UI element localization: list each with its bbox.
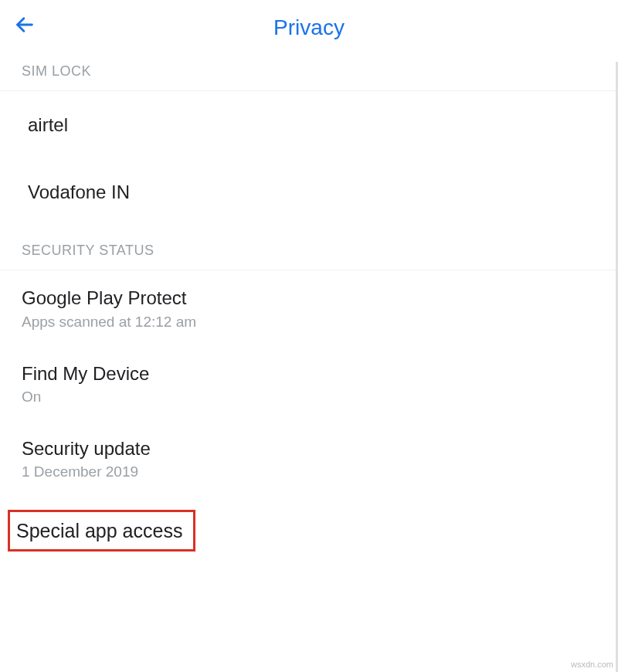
list-item-title: airtel	[28, 113, 596, 137]
list-item-google-play-protect[interactable]: Google Play Protect Apps scanned at 12:1…	[0, 270, 618, 345]
sim-lock-section: SIM LOCK airtel Vodafone IN	[0, 46, 618, 226]
list-item-subtitle: 1 December 2019	[22, 463, 596, 480]
list-item-special-app-access[interactable]: Special app access	[8, 510, 195, 552]
list-item-security-update[interactable]: Security update 1 December 2019	[0, 421, 618, 496]
list-item-title: Vodafone IN	[28, 180, 596, 204]
section-header-security-status: SECURITY STATUS	[0, 226, 618, 270]
list-item-title: Find My Device	[22, 361, 596, 385]
page-title: Privacy	[0, 6, 618, 40]
arrow-left-icon	[14, 14, 36, 36]
header-bar: Privacy	[0, 0, 618, 46]
list-item-vodafone[interactable]: Vodafone IN	[0, 158, 618, 226]
section-header-sim-lock: SIM LOCK	[0, 46, 618, 91]
back-button[interactable]	[14, 14, 36, 39]
list-item-airtel[interactable]: airtel	[0, 91, 618, 158]
list-item-title: Google Play Protect	[22, 286, 596, 310]
list-item-subtitle: Apps scanned at 12:12 am	[22, 314, 596, 331]
list-item-find-my-device[interactable]: Find My Device On	[0, 346, 618, 421]
security-status-section: SECURITY STATUS Google Play Protect Apps…	[0, 226, 618, 552]
list-item-title: Special app access	[16, 518, 182, 544]
list-item-title: Security update	[22, 436, 596, 460]
list-item-subtitle: On	[22, 389, 596, 406]
watermark: wsxdn.com	[571, 660, 613, 669]
